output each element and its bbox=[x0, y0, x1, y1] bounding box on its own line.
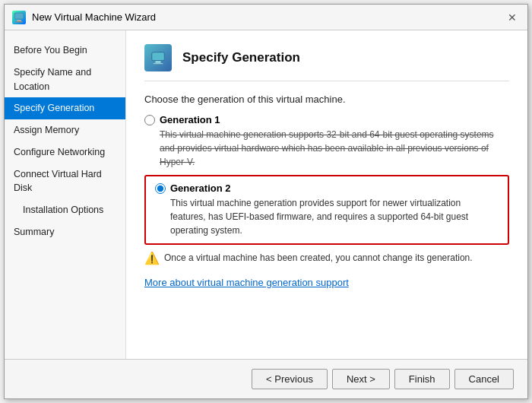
svg-rect-1 bbox=[17, 20, 21, 21]
finish-button[interactable]: Finish bbox=[394, 369, 450, 389]
previous-button[interactable]: < Previous bbox=[252, 369, 328, 389]
page-title: Specify Generation bbox=[182, 50, 300, 65]
window-icon bbox=[12, 11, 26, 24]
title-bar-left: New Virtual Machine Wizard bbox=[12, 11, 156, 24]
gen1-description: This virtual machine generation supports… bbox=[160, 128, 509, 169]
link-area: More about virtual machine generation su… bbox=[144, 265, 509, 288]
sidebar-item-specify-name[interactable]: Specify Name and Location bbox=[5, 62, 125, 98]
content-area: Before You Begin Specify Name and Locati… bbox=[5, 30, 527, 359]
main-content: Choose the generation of this virtual ma… bbox=[144, 94, 509, 345]
intro-text: Choose the generation of this virtual ma… bbox=[144, 94, 509, 105]
window-title: New Virtual Machine Wizard bbox=[32, 11, 156, 23]
sidebar-item-before-you-begin[interactable]: Before You Begin bbox=[5, 40, 125, 62]
title-bar: New Virtual Machine Wizard ✕ bbox=[5, 5, 527, 30]
warning-text: Once a virtual machine has been created,… bbox=[164, 252, 473, 263]
warning-box: ⚠️ Once a virtual machine has been creat… bbox=[144, 252, 509, 265]
svg-rect-0 bbox=[14, 13, 24, 19]
gen2-selected-box: Generation 2 This virtual machine genera… bbox=[144, 175, 509, 245]
warning-icon: ⚠️ bbox=[144, 252, 160, 265]
footer: < Previous Next > Finish Cancel bbox=[5, 359, 527, 398]
cancel-button[interactable]: Cancel bbox=[454, 369, 514, 389]
sidebar-item-connect-hard-disk[interactable]: Connect Virtual Hard Disk bbox=[5, 163, 125, 200]
gen1-option: Generation 1 This virtual machine genera… bbox=[144, 114, 509, 169]
main-panel: Specify Generation Choose the generation… bbox=[126, 30, 527, 359]
svg-rect-5 bbox=[154, 63, 163, 64]
gen1-label-text: Generation 1 bbox=[160, 114, 220, 125]
sidebar-item-installation-options[interactable]: Installation Options bbox=[5, 199, 125, 221]
gen1-label[interactable]: Generation 1 bbox=[144, 114, 509, 125]
sidebar-item-configure-networking[interactable]: Configure Networking bbox=[5, 141, 125, 163]
page-header: Specify Generation bbox=[144, 44, 509, 81]
gen2-radio[interactable] bbox=[155, 183, 166, 194]
svg-rect-2 bbox=[15, 21, 23, 23]
next-button[interactable]: Next > bbox=[332, 369, 390, 389]
sidebar-item-summary[interactable]: Summary bbox=[5, 221, 125, 243]
gen2-description: This virtual machine generation provides… bbox=[170, 196, 499, 237]
gen2-label[interactable]: Generation 2 bbox=[155, 182, 499, 194]
svg-rect-4 bbox=[155, 62, 160, 63]
sidebar-item-specify-generation[interactable]: Specify Generation bbox=[5, 97, 125, 119]
sidebar: Before You Begin Specify Name and Locati… bbox=[5, 30, 126, 359]
svg-rect-3 bbox=[152, 52, 165, 61]
page-icon bbox=[144, 44, 172, 71]
gen1-radio[interactable] bbox=[144, 115, 155, 125]
sidebar-item-assign-memory[interactable]: Assign Memory bbox=[5, 119, 125, 141]
close-button[interactable]: ✕ bbox=[505, 10, 520, 25]
gen2-label-text: Generation 2 bbox=[170, 182, 230, 194]
learn-more-link[interactable]: More about virtual machine generation su… bbox=[144, 277, 349, 288]
wizard-window: New Virtual Machine Wizard ✕ Before You … bbox=[4, 4, 528, 399]
